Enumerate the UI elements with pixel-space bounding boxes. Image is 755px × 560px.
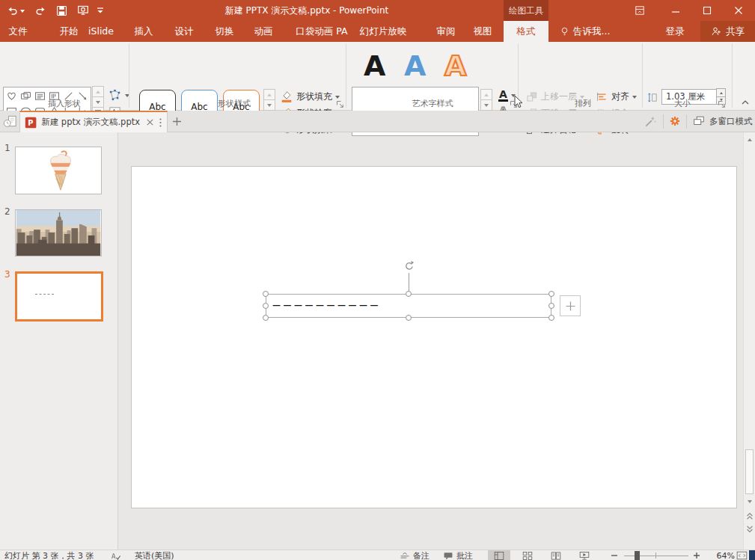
tab-pocket-animation[interactable]: 口袋动画 PA	[285, 21, 358, 42]
tell-me-label: 告诉我...	[573, 25, 610, 38]
undo-dropdown-caret[interactable]	[20, 10, 25, 15]
comments-icon	[443, 551, 453, 560]
multi-window-icon	[692, 114, 706, 128]
group-label-shape-styles: 形状样式	[135, 99, 334, 109]
new-document-tab-button[interactable]	[172, 117, 182, 126]
rotation-handle[interactable]	[403, 260, 415, 273]
ribbon-display-options-button[interactable]	[627, 0, 652, 21]
sign-in-button[interactable]: 登录	[657, 21, 693, 42]
scroll-up-button[interactable]	[744, 134, 755, 146]
collapse-ribbon-button[interactable]	[741, 99, 750, 106]
slide-thumbnail-2[interactable]	[15, 209, 102, 256]
thumbnail-dashed-line	[35, 294, 54, 295]
tab-view[interactable]: 视图	[465, 21, 501, 42]
tab-file[interactable]: 文件	[1, 21, 34, 42]
multi-window-label: 多窗口模式	[709, 116, 753, 127]
divider	[663, 114, 664, 129]
tab-review[interactable]: 审阅	[428, 21, 464, 42]
slide-editing-surface[interactable]	[131, 166, 737, 508]
slide-counter[interactable]: 幻灯片 第 3 张，共 3 张	[4, 550, 94, 560]
view-slide-sorter-button[interactable]	[516, 550, 539, 560]
redo-icon	[34, 4, 48, 17]
document-tab-title: 新建 pptx 演示文稿.pptx	[41, 117, 140, 128]
tab-insert[interactable]: 插入	[126, 21, 162, 42]
maximize-button[interactable]	[694, 0, 720, 21]
close-button[interactable]	[726, 0, 751, 21]
start-slideshow-button[interactable]	[76, 3, 90, 18]
resize-handle-middle-left[interactable]	[263, 303, 269, 309]
resize-handle-bottom-right[interactable]	[548, 315, 554, 321]
vertical-scrollbar[interactable]	[743, 132, 755, 550]
window-title: 新建 PPTX 演示文稿.pptx - PowerPoint	[180, 0, 434, 21]
scroll-down-button[interactable]	[744, 496, 755, 508]
slide-thumbnail-1[interactable]	[15, 147, 102, 194]
resize-handle-top-middle[interactable]	[406, 291, 412, 297]
slide-canvas[interactable]: ——————————	[119, 132, 743, 550]
tab-design[interactable]: 设计	[166, 21, 202, 42]
spell-check-button[interactable]	[111, 550, 122, 560]
language-indicator[interactable]: 英语(美国)	[135, 550, 174, 560]
wordart-style-blue[interactable]: A	[404, 44, 426, 87]
document-tab-menu-button[interactable]	[159, 117, 162, 128]
group-label-arrange: 排列	[524, 99, 642, 109]
zoom-in-button[interactable]	[693, 550, 700, 560]
group-label-wordart: 艺术字样式	[352, 99, 513, 109]
wand-tool-button[interactable]	[644, 114, 658, 129]
city-skyline-image	[16, 210, 101, 256]
slide-thumbnail-panel: 1 2	[0, 132, 118, 550]
view-reading-button[interactable]	[545, 550, 567, 560]
tab-animations[interactable]: 动画	[245, 21, 281, 42]
main-area: 1 2	[0, 132, 755, 550]
group-divider	[129, 43, 129, 108]
wordart-style-black[interactable]: A	[364, 44, 385, 87]
shapes-scroll-up-button[interactable]	[92, 86, 104, 97]
notes-button[interactable]: 备注	[400, 550, 430, 560]
document-tab-close-button[interactable]	[146, 118, 154, 126]
multi-window-mode-button[interactable]: 多窗口模式	[692, 114, 753, 128]
status-bar: 幻灯片 第 3 张，共 3 张 英语(美国) 备注 批注	[0, 550, 755, 560]
resize-handle-middle-right[interactable]	[548, 303, 554, 309]
tab-islide[interactable]: iSlide	[83, 21, 119, 42]
previous-slide-button[interactable]	[744, 510, 755, 522]
save-button[interactable]	[55, 3, 68, 18]
insert-content-plus-button[interactable]	[560, 295, 581, 316]
fit-slide-to-window-button[interactable]	[736, 550, 748, 560]
settings-gear-button[interactable]	[668, 114, 682, 128]
zoom-percentage[interactable]: 64%	[709, 550, 735, 560]
resize-handle-bottom-left[interactable]	[263, 315, 269, 321]
minimize-button[interactable]	[663, 0, 688, 21]
tab-transitions[interactable]: 切换	[207, 21, 242, 42]
redo-button[interactable]	[34, 3, 48, 18]
view-normal-button[interactable]	[488, 550, 510, 560]
document-tab-active[interactable]: P 新建 pptx 演示文稿.pptx	[19, 111, 168, 132]
recent-documents-button[interactable]	[2, 114, 18, 129]
undo-icon	[5, 4, 19, 17]
tell-me-box[interactable]: 告诉我...	[560, 21, 610, 42]
wordart-style-orange[interactable]: A	[444, 44, 466, 87]
slide-thumbnail-3-selected[interactable]	[15, 271, 103, 321]
undo-button[interactable]	[5, 3, 25, 18]
tab-slideshow[interactable]: 幻灯片放映	[350, 21, 416, 42]
comments-button[interactable]: 批注	[443, 550, 473, 560]
resize-handle-bottom-middle[interactable]	[406, 315, 412, 321]
tab-format[interactable]: 格式	[504, 21, 548, 42]
drawing-tools-context-label: 绘图工具	[504, 0, 548, 21]
resize-handle-top-right[interactable]	[548, 291, 554, 297]
shape-styles-dialog-launcher[interactable]	[335, 99, 345, 109]
resize-handle-top-left[interactable]	[263, 291, 269, 297]
share-button[interactable]: 共享	[700, 21, 755, 42]
tab-home[interactable]: 开始	[51, 21, 87, 42]
zoom-slider-thumb[interactable]	[635, 551, 640, 560]
group-divider	[732, 43, 733, 108]
svg-text:P: P	[28, 118, 33, 126]
powerpoint-file-icon: P	[25, 116, 37, 129]
view-slideshow-button[interactable]	[573, 550, 596, 560]
customize-qat-button[interactable]	[96, 3, 105, 18]
slideshow-icon	[76, 4, 90, 17]
notes-label: 备注	[413, 550, 430, 560]
size-dialog-launcher[interactable]	[717, 99, 727, 109]
next-slide-button[interactable]	[744, 523, 755, 535]
zoom-out-button[interactable]	[611, 550, 618, 560]
group-divider	[642, 43, 643, 108]
scrollbar-thumb[interactable]	[745, 449, 754, 494]
